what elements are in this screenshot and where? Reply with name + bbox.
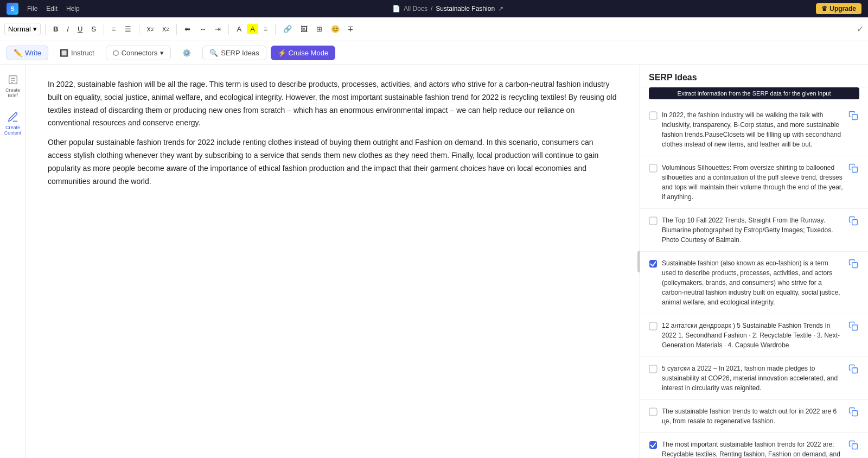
- serp-item-text: The most important sustainable fashion t…: [662, 440, 844, 458]
- nav-edit[interactable]: Edit: [46, 5, 58, 12]
- write-icon: ✏️: [14, 49, 22, 57]
- app-logo: S: [7, 3, 18, 15]
- serp-item-text: 12 антатски дендроарк ) 5 Sustainable Fa…: [662, 321, 844, 350]
- highlight-button[interactable]: A: [247, 24, 258, 34]
- check-icon: ✓: [857, 24, 864, 34]
- bold-button[interactable]: B: [50, 23, 61, 35]
- serp-item-copy-icon[interactable]: [848, 216, 859, 227]
- serp-item-copy-icon[interactable]: [848, 111, 859, 122]
- share-icon[interactable]: ↗: [498, 5, 503, 12]
- svg-rect-12: [649, 322, 657, 330]
- serp-item-checkbox[interactable]: [649, 365, 658, 373]
- breadcrumb: 📄 All Docs / Sustainable Fashion ↗: [392, 5, 503, 12]
- create-content-label: Create Content: [2, 125, 23, 136]
- connectors-label: Connectors: [122, 49, 157, 57]
- formatting-toolbar: Normal ▾ B I U S ≡ ☰ X2 X2 ⬅ ↔ ⇥ A A ≡ 🔗…: [0, 17, 868, 41]
- serp-item: In 2022, the fashion industry will be wa…: [640, 104, 868, 156]
- nav-help[interactable]: Help: [66, 5, 80, 12]
- upgrade-label: Upgrade: [829, 5, 856, 12]
- serp-item-checkbox[interactable]: [649, 111, 658, 120]
- serp-item-copy-icon[interactable]: [848, 364, 859, 375]
- main-content: Create Brief Create Content In 2022, sus…: [0, 65, 868, 458]
- toolbar-sep-2: [104, 24, 104, 35]
- italic-button[interactable]: I: [63, 23, 72, 35]
- create-brief-label: Create Brief: [2, 87, 23, 98]
- svg-rect-6: [649, 164, 657, 172]
- ordered-list-button[interactable]: ≡: [108, 23, 119, 35]
- toolbar-sep-6: [275, 24, 276, 35]
- serp-item: Sustainable fashion (also known as eco-f…: [640, 252, 868, 314]
- serp-item-checkbox[interactable]: [649, 259, 658, 268]
- align-center-button[interactable]: ↔: [196, 23, 209, 35]
- cruise-tab[interactable]: ⚡ Cruise Mode: [271, 46, 335, 60]
- emoji-button[interactable]: 😊: [328, 23, 343, 35]
- connectors-icon: ⬡: [113, 49, 119, 57]
- breadcrumb-all-docs[interactable]: All Docs: [404, 5, 427, 12]
- settings-gear-icon: ⚙️: [182, 49, 191, 57]
- serp-item-copy-icon[interactable]: [848, 321, 859, 332]
- settings-tab[interactable]: ⚙️: [175, 46, 198, 60]
- serp-item-copy-icon[interactable]: [848, 440, 859, 451]
- serp-item-checkbox[interactable]: [649, 322, 658, 330]
- serp-item-text: Voluminous Silhouettes: From oversize sh…: [662, 163, 844, 202]
- instruct-tab[interactable]: 🔲 Instruct: [53, 46, 101, 60]
- serp-item: The sustainable fashion trends to watch …: [640, 400, 868, 433]
- serp-panel: SERP Ideas Extract information from the …: [640, 65, 868, 458]
- serp-item-copy-icon[interactable]: [848, 163, 859, 174]
- serp-item-checkbox[interactable]: [649, 217, 658, 225]
- svg-rect-17: [852, 411, 858, 416]
- instruct-label: Instruct: [71, 49, 94, 57]
- serp-item-checkbox[interactable]: [649, 408, 658, 416]
- editor-area[interactable]: In 2022, sustainable fashion will be all…: [26, 65, 640, 458]
- table-button[interactable]: ⊞: [313, 23, 326, 35]
- nav-menu: S File Edit Help: [7, 3, 80, 15]
- serp-item-text: The sustainable fashion trends to watch …: [662, 406, 844, 426]
- style-select-value: Normal: [8, 25, 31, 33]
- breadcrumb-separator: /: [431, 5, 432, 12]
- sidebar-create-brief[interactable]: Create Brief: [0, 72, 25, 100]
- resize-handle[interactable]: [637, 251, 640, 272]
- serp-label: SERP Ideas: [221, 49, 259, 57]
- sidebar-create-content[interactable]: Create Content: [0, 109, 25, 138]
- action-tabs-bar: ✏️ Write 🔲 Instruct ⬡ Connectors ▾ ⚙️ 🔍 …: [0, 41, 868, 65]
- text-align-button[interactable]: ≡: [260, 23, 271, 35]
- instruct-icon: 🔲: [60, 49, 68, 57]
- nav-file[interactable]: File: [27, 5, 37, 12]
- svg-rect-9: [852, 220, 858, 225]
- breadcrumb-page-title: Sustainable Fashion: [436, 5, 495, 12]
- svg-rect-4: [649, 112, 657, 119]
- serp-item-checkbox[interactable]: [649, 441, 658, 449]
- svg-rect-13: [852, 325, 858, 330]
- serp-item-checkbox[interactable]: [649, 164, 658, 173]
- superscript-button[interactable]: X2: [159, 24, 172, 35]
- serp-panel-title: SERP Ideas: [649, 73, 697, 82]
- clear-format-button[interactable]: T̶: [345, 23, 356, 35]
- image-button[interactable]: 🖼: [297, 23, 311, 35]
- serp-item-text: 5 суатски а 2022 – In 2021, fashion made…: [662, 364, 844, 393]
- write-tab[interactable]: ✏️ Write: [7, 46, 48, 60]
- subscript-button[interactable]: X2: [144, 24, 157, 35]
- align-left-button[interactable]: ⬅: [181, 23, 194, 35]
- serp-item: Voluminous Silhouettes: From oversize sh…: [640, 156, 868, 209]
- serp-tab[interactable]: 🔍 SERP Ideas: [202, 46, 266, 60]
- toolbar-sep-3: [139, 24, 139, 35]
- upgrade-button[interactable]: ♛ Upgrade: [816, 3, 861, 14]
- font-color-button[interactable]: A: [233, 23, 245, 35]
- editor-paragraph-2[interactable]: Other popular sustainable fashion trends…: [48, 136, 618, 188]
- connectors-tab[interactable]: ⬡ Connectors ▾: [106, 46, 171, 60]
- serp-item-copy-icon[interactable]: [848, 259, 859, 270]
- editor-paragraph-1[interactable]: In 2022, sustainable fashion will be all…: [48, 78, 618, 130]
- serp-item-copy-icon[interactable]: [848, 407, 859, 418]
- style-select-chevron: ▾: [33, 25, 37, 33]
- indent-button[interactable]: ⇥: [212, 23, 224, 35]
- underline-button[interactable]: U: [74, 23, 86, 35]
- unordered-list-button[interactable]: ☰: [122, 23, 135, 35]
- upgrade-crown-icon: ♛: [821, 5, 827, 12]
- serp-item: The most important sustainable fashion t…: [640, 433, 868, 458]
- strikethrough-button[interactable]: S: [88, 23, 99, 35]
- style-select[interactable]: Normal ▾: [4, 23, 41, 35]
- link-button[interactable]: 🔗: [280, 23, 295, 35]
- svg-rect-19: [852, 444, 858, 449]
- upgrade-area: ♛ Upgrade: [816, 3, 861, 14]
- svg-rect-8: [649, 217, 657, 225]
